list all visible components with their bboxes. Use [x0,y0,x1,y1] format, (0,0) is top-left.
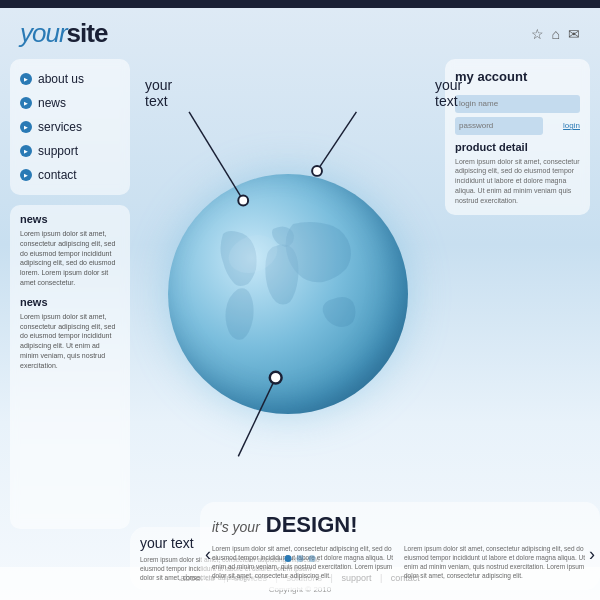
design-its: it's your [212,519,260,535]
sidebar-news-1-text: Lorem ipsum dolor sit amet, consectetur … [20,229,120,288]
design-panel: it's your DESIGN! Lorem ipsum dolor sit … [200,502,600,590]
globe [168,174,408,414]
account-panel: my account login product detail Lorem ip… [445,59,590,215]
slider-prev-button[interactable]: ‹ [205,544,211,565]
login-name-input[interactable] [455,95,580,113]
nav-label-about: about us [38,72,84,86]
home-icon[interactable]: ⌂ [552,26,560,42]
design-header: it's your DESIGN! [212,512,588,538]
product-text: Lorem ipsum dolor sit amet, consectetur … [455,157,580,206]
globe-container [168,174,408,414]
login-button[interactable]: login [563,121,580,130]
main-content: about us news services support contact [0,54,600,534]
nav-item-contact[interactable]: contact [10,163,130,187]
sidebar-news-2-title: news [20,296,120,308]
nav-item-support[interactable]: support [10,139,130,163]
nav-panel: about us news services support contact [10,59,130,195]
sidebar-news-1-title: news [20,213,120,225]
slider-next-button[interactable]: › [589,544,595,565]
mail-icon[interactable]: ✉ [568,26,580,42]
header-icons: ☆ ⌂ ✉ [531,26,580,42]
top-bar [0,0,600,8]
nav-label-support: support [38,144,78,158]
annotation-label-top-right: your text [435,77,462,109]
login-row: login [455,117,580,135]
slider-dot-3[interactable] [309,555,316,562]
right-panel: my account login product detail Lorem ip… [445,59,590,529]
password-input[interactable] [455,117,543,135]
page-wrapper: yoursite ☆ ⌂ ✉ about us news se [0,8,600,600]
nav-item-services[interactable]: services [10,115,130,139]
account-title: my account [455,69,580,84]
slider-dots [285,555,316,562]
sidebar-news-2-text: Lorem ipsum dolor sit amet, consectetur … [20,312,120,371]
design-text-2: Lorem ipsum dolor sit amet, consectetur … [404,544,588,580]
header: yoursite ☆ ⌂ ✉ [0,8,600,54]
logo: yoursite [20,18,107,49]
nav-bullet-about [20,73,32,85]
nav-label-news: news [38,96,66,110]
design-content: Lorem ipsum dolor sit amet, consectetur … [212,544,588,580]
nav-item-news[interactable]: news [10,91,130,115]
nav-bullet-contact [20,169,32,181]
star-icon[interactable]: ☆ [531,26,544,42]
nav-bullet-news [20,97,32,109]
nav-item-about[interactable]: about us [10,67,130,91]
sidebar: about us news services support contact [10,59,130,529]
sidebar-news-2: news Lorem ipsum dolor sit amet, consect… [20,296,120,371]
center-area: your text your text [130,59,445,529]
nav-bullet-support [20,145,32,157]
logo-site: site [67,18,108,48]
design-word: DESIGN! [266,512,358,538]
nav-label-contact: contact [38,168,77,182]
slider-dot-2[interactable] [297,555,304,562]
nav-bullet-services [20,121,32,133]
sidebar-news-panel: news Lorem ipsum dolor sit amet, consect… [10,205,130,529]
svg-line-3 [317,112,356,171]
logo-your: your [20,18,67,48]
nav-label-services: services [38,120,82,134]
product-title: product detail [455,141,580,153]
slider-dot-1[interactable] [285,555,292,562]
design-col-2: Lorem ipsum dolor sit amet, consectetur … [404,544,588,580]
annotation-label-top-left: your text [145,77,172,109]
